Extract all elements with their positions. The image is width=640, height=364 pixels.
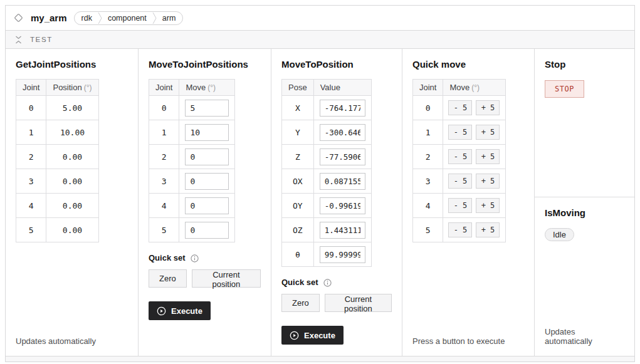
breadcrumb-rdk: rdk <box>81 14 92 23</box>
column-header-joint: Joint <box>413 80 443 96</box>
quick-set-buttons: Zero Current position <box>149 269 261 288</box>
info-icon[interactable] <box>323 279 332 287</box>
plus-5-button[interactable]: + 5 <box>476 149 500 164</box>
page: my_arm rdk component arm TEST GetJointPo… <box>0 0 640 364</box>
plus-5-button[interactable]: + 5 <box>476 100 500 115</box>
minus-5-button[interactable]: - 5 <box>448 100 472 115</box>
plus-5-button[interactable]: + 5 <box>476 198 500 213</box>
zero-button[interactable]: Zero <box>149 269 187 288</box>
joint-index: 5 <box>149 218 179 242</box>
table-header-row: Joint Position(°) <box>16 80 99 96</box>
joint-positions-table: Joint Position(°) 05.00 110.00 20.00 30.… <box>16 79 99 242</box>
pose-value-input[interactable] <box>320 148 365 165</box>
table-row: 20.00 <box>16 145 99 169</box>
quick-set-label: Quick set <box>281 278 318 288</box>
test-section-toggle[interactable]: TEST <box>6 30 634 49</box>
table-row: 4- 5+ 5 <box>413 194 506 218</box>
minus-5-button[interactable]: - 5 <box>448 149 472 164</box>
joint-position-value: 0.00 <box>46 218 98 242</box>
joint-index: 1 <box>413 120 443 145</box>
pose-label: OZ <box>282 218 314 242</box>
pose-label: OY <box>282 194 314 218</box>
table-header-row: Pose Value <box>282 80 372 96</box>
joint-index: 2 <box>149 145 179 169</box>
execute-button[interactable]: Execute <box>149 301 211 320</box>
plus-5-button[interactable]: + 5 <box>476 125 500 140</box>
table-row: OZ <box>282 218 372 242</box>
joint-move-input[interactable] <box>185 173 229 190</box>
plus-5-button[interactable]: + 5 <box>476 222 500 237</box>
panel-title: MoveToPosition <box>281 58 354 70</box>
breadcrumb: rdk component arm <box>74 11 184 25</box>
quick-move-table: Joint Move(°) 0- 5+ 5 1- 5+ 5 2- 5+ 5 3-… <box>412 79 506 242</box>
pose-value-input[interactable] <box>320 100 365 117</box>
quick-set-row: Quick set <box>149 253 199 263</box>
diamond-icon <box>13 13 24 23</box>
plus-5-button[interactable]: + 5 <box>476 174 500 189</box>
column-header-value: Value <box>313 80 371 96</box>
column-header-joint: Joint <box>149 80 179 96</box>
joint-index: 3 <box>413 169 443 194</box>
pose-label: θ <box>282 242 314 267</box>
panel-title: Stop <box>545 58 565 70</box>
component-title: my_arm <box>31 13 67 23</box>
current-position-button[interactable]: Current position <box>192 269 261 288</box>
joint-move-input[interactable] <box>185 148 229 165</box>
pose-value-input[interactable] <box>320 246 365 263</box>
column-header-pose: Pose <box>282 80 314 96</box>
table-row: OX <box>282 169 372 194</box>
panel-stop-ismoving: Stop STOP IsMoving Idle Updates automati… <box>535 49 634 356</box>
ismoving-section: IsMoving Idle Updates automatically <box>535 197 634 356</box>
info-icon[interactable] <box>191 254 199 263</box>
press-button-note: Press a button to execute <box>412 336 505 346</box>
minus-5-button[interactable]: - 5 <box>448 222 472 237</box>
joint-index: 0 <box>413 96 443 120</box>
pose-value-input[interactable] <box>320 124 365 141</box>
joint-index: 2 <box>413 145 443 169</box>
stop-section: Stop STOP <box>535 49 634 197</box>
joint-move-input[interactable] <box>185 100 229 117</box>
pose-label: Z <box>282 145 314 169</box>
panel-move-to-joint-positions: MoveToJointPositions Joint Move(°) 0 1 2… <box>139 49 271 356</box>
joint-move-input[interactable] <box>185 124 229 141</box>
table-row: Z <box>282 145 372 169</box>
table-header-row: Joint Move(°) <box>413 80 506 96</box>
breadcrumb-arm: arm <box>162 14 176 23</box>
test-panel-content: GetJointPositions Joint Position(°) 05.0… <box>6 49 634 356</box>
degree-unit: (°) <box>471 83 480 92</box>
joint-move-input[interactable] <box>185 222 229 239</box>
card-header: my_arm rdk component arm <box>6 6 634 30</box>
stop-button[interactable]: STOP <box>545 80 584 98</box>
play-icon <box>290 331 299 340</box>
pose-value-input[interactable] <box>320 197 365 214</box>
current-position-button[interactable]: Current position <box>325 294 392 312</box>
column-header-joint: Joint <box>16 80 46 96</box>
table-row: 30.00 <box>16 169 99 194</box>
table-row: 50.00 <box>16 218 99 242</box>
arm-test-card: my_arm rdk component arm TEST GetJointPo… <box>5 5 635 362</box>
next-section-bar[interactable] <box>6 356 634 361</box>
joint-move-input[interactable] <box>185 197 229 214</box>
table-row: Y <box>282 120 372 145</box>
panel-title: IsMoving <box>545 207 585 219</box>
chevron-right-icon <box>152 12 157 24</box>
zero-button[interactable]: Zero <box>281 294 320 312</box>
table-header-row: Joint Move(°) <box>149 80 235 96</box>
table-row: 4 <box>149 194 235 218</box>
minus-5-button[interactable]: - 5 <box>448 174 472 189</box>
joint-position-value: 10.00 <box>46 120 98 145</box>
pose-value-input[interactable] <box>320 222 365 239</box>
updates-automatically-note: Updates automatically <box>545 327 624 346</box>
panel-title: GetJointPositions <box>16 58 96 70</box>
quick-set-row: Quick set <box>281 278 332 288</box>
table-row: 3 <box>149 169 235 194</box>
joint-index: 1 <box>149 120 179 145</box>
joint-index: 4 <box>149 194 179 218</box>
minus-5-button[interactable]: - 5 <box>448 125 472 140</box>
table-row: θ <box>282 242 372 267</box>
minus-5-button[interactable]: - 5 <box>448 198 472 213</box>
pose-label: Y <box>282 120 314 145</box>
joint-index: 2 <box>16 145 46 169</box>
execute-button[interactable]: Execute <box>281 326 344 345</box>
pose-value-input[interactable] <box>320 173 365 190</box>
